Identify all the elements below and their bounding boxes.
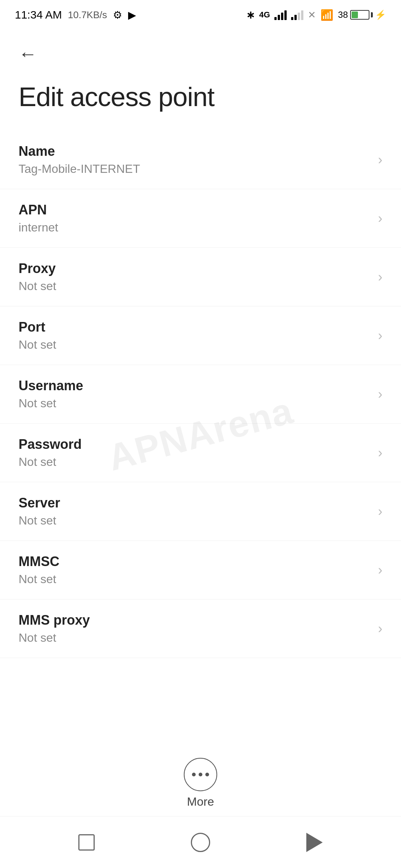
nav-bar bbox=[0, 816, 401, 868]
gear-icon: ⚙ bbox=[113, 9, 122, 21]
settings-item-port[interactable]: PortNot set› bbox=[0, 306, 401, 365]
settings-item-label-1: APN bbox=[19, 202, 371, 218]
battery-fill bbox=[352, 11, 358, 18]
signal-bars-1 bbox=[274, 10, 287, 20]
settings-item-label-8: MMS proxy bbox=[19, 612, 371, 628]
settings-item-content-4: UsernameNot set bbox=[19, 378, 371, 410]
settings-item-server[interactable]: ServerNot set› bbox=[0, 482, 401, 541]
battery-box bbox=[350, 10, 369, 20]
settings-item-label-5: Password bbox=[19, 437, 371, 452]
settings-item-content-1: APNinternet bbox=[19, 202, 371, 234]
settings-item-username[interactable]: UsernameNot set› bbox=[0, 365, 401, 424]
dot-2 bbox=[199, 773, 202, 776]
back-icon bbox=[306, 833, 323, 852]
chevron-right-icon-3: › bbox=[378, 328, 382, 343]
settings-item-label-4: Username bbox=[19, 378, 371, 394]
battery-indicator: 38 ⚡ bbox=[338, 10, 386, 20]
bluetooth-icon: ∗ bbox=[246, 9, 255, 21]
settings-item-password[interactable]: PasswordNot set› bbox=[0, 424, 401, 482]
battery-level: 38 bbox=[338, 10, 348, 20]
nav-home-button[interactable] bbox=[186, 828, 215, 857]
chevron-right-icon-1: › bbox=[378, 211, 382, 226]
back-button[interactable]: ← bbox=[15, 41, 41, 67]
status-bar-left: 11:34 AM 10.7KB/s ⚙ ▶ bbox=[15, 9, 136, 21]
more-dots-icon bbox=[192, 773, 209, 776]
settings-item-label-7: MMSC bbox=[19, 554, 371, 569]
settings-item-content-8: MMS proxyNot set bbox=[19, 612, 371, 645]
chevron-right-icon-2: › bbox=[378, 269, 382, 285]
status-bar-right: ∗ 4G ✕ 📶 38 ⚡ bbox=[246, 9, 386, 21]
dot-1 bbox=[192, 773, 196, 776]
settings-item-label-2: Proxy bbox=[19, 261, 371, 276]
chevron-right-icon-4: › bbox=[378, 387, 382, 402]
battery-tip bbox=[371, 12, 373, 17]
network-speed: 10.7KB/s bbox=[68, 9, 107, 21]
more-label: More bbox=[187, 795, 214, 809]
settings-item-content-3: PortNot set bbox=[19, 319, 371, 352]
more-button[interactable]: More bbox=[184, 758, 217, 809]
nav-back-button[interactable] bbox=[300, 828, 329, 857]
back-arrow-icon: ← bbox=[19, 43, 37, 65]
home-icon bbox=[191, 833, 210, 852]
charging-icon: ⚡ bbox=[375, 10, 386, 20]
settings-item-name[interactable]: NameTag-Mobile-INTERNET› bbox=[0, 131, 401, 189]
status-bar: 11:34 AM 10.7KB/s ⚙ ▶ ∗ 4G ✕ 📶 38 bbox=[0, 0, 401, 30]
settings-item-value-3: Not set bbox=[19, 338, 371, 352]
settings-item-value-5: Not set bbox=[19, 455, 371, 469]
settings-item-proxy[interactable]: ProxyNot set› bbox=[0, 248, 401, 306]
settings-item-content-7: MMSCNot set bbox=[19, 554, 371, 586]
settings-item-apn[interactable]: APNinternet› bbox=[0, 189, 401, 248]
recents-icon bbox=[78, 834, 95, 851]
settings-item-label-3: Port bbox=[19, 319, 371, 335]
signal-bars-2 bbox=[291, 10, 303, 20]
settings-item-value-8: Not set bbox=[19, 631, 371, 645]
chevron-right-icon-0: › bbox=[378, 152, 382, 168]
settings-item-content-0: NameTag-Mobile-INTERNET bbox=[19, 144, 371, 176]
wifi-icon: 📶 bbox=[320, 9, 333, 21]
settings-item-label-0: Name bbox=[19, 144, 371, 159]
chevron-right-icon-5: › bbox=[378, 445, 382, 461]
more-circle-icon bbox=[184, 758, 217, 791]
settings-item-content-6: ServerNot set bbox=[19, 495, 371, 527]
top-nav: ← bbox=[0, 30, 401, 74]
dot-3 bbox=[205, 773, 209, 776]
settings-item-value-0: Tag-Mobile-INTERNET bbox=[19, 162, 371, 176]
page-title: Edit access point bbox=[0, 74, 401, 131]
settings-item-value-2: Not set bbox=[19, 279, 371, 293]
settings-item-value-6: Not set bbox=[19, 514, 371, 527]
settings-item-value-1: internet bbox=[19, 221, 371, 234]
time-display: 11:34 AM bbox=[15, 9, 62, 21]
network-type-icon: 4G bbox=[259, 10, 270, 20]
settings-item-content-2: ProxyNot set bbox=[19, 261, 371, 293]
settings-list: NameTag-Mobile-INTERNET›APNinternet›Prox… bbox=[0, 131, 401, 658]
settings-item-label-6: Server bbox=[19, 495, 371, 511]
no-signal-icon: ✕ bbox=[308, 9, 316, 21]
bottom-more-area: More bbox=[0, 758, 401, 809]
settings-item-value-7: Not set bbox=[19, 572, 371, 586]
chevron-right-icon-8: › bbox=[378, 621, 382, 637]
video-icon: ▶ bbox=[128, 9, 136, 21]
nav-recents-button[interactable] bbox=[72, 828, 101, 857]
chevron-right-icon-6: › bbox=[378, 504, 382, 519]
chevron-right-icon-7: › bbox=[378, 562, 382, 578]
settings-item-value-4: Not set bbox=[19, 397, 371, 410]
settings-item-mmsc[interactable]: MMSCNot set› bbox=[0, 541, 401, 599]
settings-item-mms-proxy[interactable]: MMS proxyNot set› bbox=[0, 599, 401, 658]
settings-item-content-5: PasswordNot set bbox=[19, 437, 371, 469]
